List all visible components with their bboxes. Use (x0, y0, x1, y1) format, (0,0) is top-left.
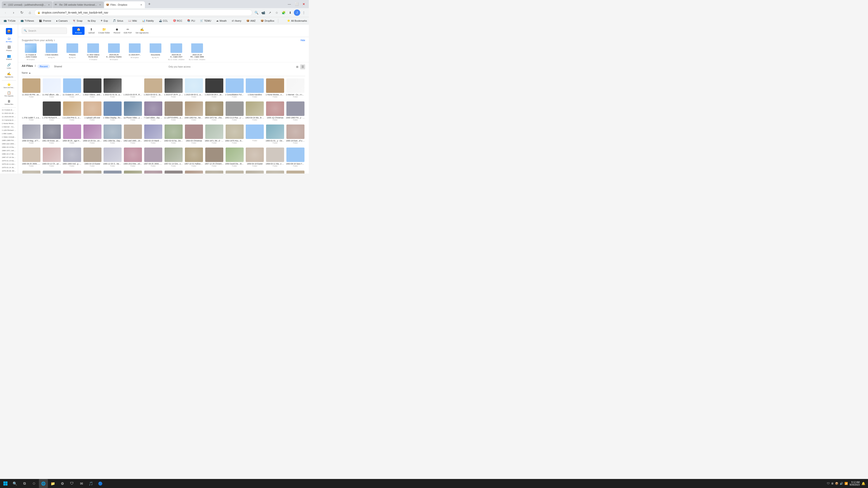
suggested-item-1[interactable]: 11 Cruises & ...tures Cruises 66 Dropbox (22, 43, 40, 60)
file-item[interactable]: 1935 1Q ChristmasFolder (266, 100, 285, 122)
file-item[interactable]: 1940-1960 Frit...y - a Glamour of LAFold… (286, 100, 305, 122)
share-button[interactable]: ↗ (267, 9, 273, 16)
files-list-view-button[interactable]: ☰ (300, 64, 305, 69)
bookmark-etsy[interactable]: 🛍 Etsy (86, 19, 97, 23)
bookmark-exp[interactable]: ✈ Exp (99, 19, 110, 23)
file-item[interactable]: 1963-02-02 ba...Deer backyardFolder (164, 123, 183, 145)
file-item[interactable]: 1961-30 Know...and of the Bar-Folder (42, 123, 61, 145)
new-tab-button[interactable]: + (146, 1, 153, 7)
file-item[interactable]: 1968-12-25 ChristmasFolder (62, 169, 82, 173)
sidebar-folder-1980[interactable]: 1980-10-17 Birthd... (1, 152, 17, 156)
bookmark-rcc[interactable]: 🎯 RCC (171, 19, 184, 23)
file-item[interactable]: 11 ANZ album...Ida - With ImgsFolder (42, 77, 61, 99)
file-item[interactable]: 1 2023-08-03 G...amer grandsonFolder (184, 77, 204, 99)
sidebar-folder-1975a[interactable]: 1975-01-14 Easter... (1, 159, 17, 162)
file-item[interactable]: 1965-1969 And...g - FootballFolder (62, 146, 82, 168)
bookmark-avery[interactable]: 🏷 Avery (230, 19, 243, 23)
file-item[interactable]: 1969-05-10 Go...to InaussociationFolder (123, 169, 143, 173)
file-item[interactable]: 1962 and 1965...1962 EasterFolder (123, 123, 143, 145)
sidebar-item-deleted[interactable]: 🗑 Deleted files (0, 98, 18, 106)
bookmark-ccl[interactable]: 🚢 CCL (157, 19, 170, 23)
suggested-item-2[interactable]: 1 Done transfers 66 My PC (42, 43, 61, 60)
bookmark-temu[interactable]: 🛒 TEMU (198, 19, 213, 23)
forward-button[interactable]: › (10, 9, 17, 16)
sidebar-folder-video[interactable]: 1 Video Unrealized... (1, 135, 17, 139)
bookmark-button[interactable]: ☆ (274, 9, 280, 16)
file-item[interactable]: 1961-1964 ba...Day ApartmentsFolder (103, 123, 122, 145)
file-item[interactable]: 1965-04-10 EasterFolder (83, 146, 102, 168)
file-item[interactable]: 11 2022-05 PM...see - MemoriesFolder (22, 77, 41, 99)
media-button[interactable]: 📹 (260, 9, 266, 16)
files-tab-shared[interactable]: Shared (52, 64, 64, 68)
suggested-item-4[interactable]: 11 2022 Videos thumb drive 77 Dropbox (84, 43, 102, 60)
bookmark-sirius[interactable]: 🎵 Sirius (111, 19, 125, 23)
tab-close-email1[interactable]: × (47, 3, 51, 6)
file-item[interactable]: 1 2022 Videos...and Theme driveFolder (83, 77, 102, 99)
bookmark-tvgde[interactable]: 📺 TVGde (2, 19, 18, 23)
file-item[interactable]: 1 2023-03-25 R...RRC stirs ACAFolder (123, 77, 143, 99)
suggested-item-9[interactable]: 2023-10-16 RC...Cabin 3808 By 11 Cruise.… (188, 43, 206, 60)
all-bookmarks-button[interactable]: ⭐ All Bookmarks (287, 19, 307, 22)
file-item[interactable]: 11 Cruises & ...H Future CruisesFolder (62, 77, 82, 99)
sidebar-folder-easter1984[interactable]: 1984-10-13 Easter... (1, 145, 17, 149)
close-button[interactable]: ✕ (301, 1, 307, 7)
file-item[interactable]: 1965-18 East...of a Contest PartyFolder (286, 123, 305, 145)
address-bar[interactable]: 🔒 dropbox.com/home?_tk=web_left_nav_bar&… (34, 9, 252, 16)
toolbar-browse-button[interactable]: 🏠 Browse (72, 27, 85, 35)
sidebar-folder-fritz[interactable]: 1985-1989 Fritz W... (1, 139, 17, 142)
hide-button[interactable]: Hide (301, 39, 305, 41)
file-item[interactable]: 1967-09-25 JWW...state balloonsFolder (144, 146, 163, 168)
file-item[interactable]: 1964-1971 JW...d - 1st Early YearsFolder (205, 123, 224, 145)
sidebar-folder-cameras[interactable]: 11 Cameras & L... (1, 119, 17, 122)
suggested-item-6[interactable]: 11 2023-05 P... 86 Dropbox (126, 43, 144, 60)
tab-close-email2[interactable]: × (98, 3, 102, 6)
refresh-button[interactable]: ↻ (18, 9, 25, 16)
sidebar-folder-am[interactable]: 11 2023-09-03 AM... (1, 115, 17, 119)
sidebar-folder-homemovies[interactable]: 1 Home Movies - C... (1, 122, 17, 125)
suggested-item-3[interactable]: Pictures By My PC (63, 43, 81, 60)
bookmark-fidelity[interactable]: 📊 Fidelity (140, 19, 156, 23)
file-item[interactable]: 1953-04-24 Wa...le brownies teaFolder (245, 100, 265, 122)
file-item[interactable]: 7 Card slides...day VG book pinFolder (144, 100, 163, 122)
bookmark-weath[interactable]: ☁ Weath (214, 19, 228, 23)
sidebar-item-signatures[interactable]: ✍ Signatures (0, 70, 18, 79)
toolbar-signatures-button[interactable]: ✍ Set signatures (135, 28, 149, 34)
file-item[interactable]: 1969-12-25 ChristmasFolder (184, 169, 204, 173)
toolbar-upload-button[interactable]: ⬆ Upload (88, 28, 95, 34)
file-item[interactable]: 1 2022-01-01 St...arding My LifeFolder (103, 77, 122, 99)
file-item[interactable]: 1 Consolidation Folder - projectsFolder (225, 77, 244, 99)
home-button[interactable]: ⌂ (26, 9, 33, 16)
sidebar-folder-mw[interactable]: 1 MW Judith... (1, 132, 17, 135)
file-item[interactable]: 1963-02-23 Mardi GrasFolder (144, 123, 163, 145)
files-grid-view-button[interactable]: ⊞ (295, 64, 300, 69)
file-item[interactable]: 1970-03-29 EasterFolder (286, 169, 305, 173)
tab-close-dropbox[interactable]: × (140, 3, 143, 6)
file-item[interactable]: Folder (245, 123, 265, 145)
file-item[interactable]: 1965-03-12 Ch...as's Eve PartyFolder (42, 146, 61, 168)
file-item[interactable]: 1 2023-07-29 Pr...y - BurninatorFolder (164, 77, 183, 99)
file-item[interactable]: 1 2023-04-29 A...Jeremy CharlesFolder (205, 77, 224, 99)
sidebar-folder-internet[interactable]: 1 Internet - Co... (1, 125, 17, 129)
tab-dropbox[interactable]: 📦 Files - Dropbox × (104, 1, 145, 8)
minimize-button[interactable]: — (286, 1, 292, 7)
sidebar-folder-1976a[interactable]: 1976-05-08 JWW... (1, 169, 17, 172)
file-item[interactable]: 1964-03 ChristmasFolder (184, 123, 204, 145)
sidebar-item-photos[interactable]: 🖼 Photos (0, 44, 18, 53)
file-item[interactable]: 1 JTW Richard R...automatic styleFolder (42, 100, 61, 122)
sidebar-item-save[interactable]: ⭐ Save and find... (0, 81, 18, 90)
file-item[interactable]: 1969-01-31 Ph...34th BirthdayFolder (83, 169, 102, 173)
sidebar-folder-1975c[interactable]: 1975-01-14 J&K... (1, 166, 17, 169)
sidebar-item-allfiles[interactable]: 🗂 All Files (0, 35, 18, 44)
file-item[interactable]: 1940-1953 No...New Orleans LAFolder (184, 100, 204, 122)
file-item[interactable]: 1 Video Display...from VHS Del-Folder (103, 100, 122, 122)
download-button[interactable]: ⬇ (287, 9, 293, 16)
menu-button[interactable]: ⋮ (301, 9, 307, 16)
file-item[interactable]: 1965-2013 Bre...eSout BrechterFolder (123, 146, 143, 168)
suggested-item-7[interactable]: Documents By My PC (147, 43, 164, 60)
toolbar-createfolder-button[interactable]: 📁 Create folder (98, 28, 110, 34)
sidebar-folder-cruises[interactable]: 11 Cruises & WY... (1, 108, 17, 111)
files-tab-recent[interactable]: Recent (37, 64, 50, 68)
file-item[interactable]: 1965-08-25 JWW...e-14th BirthdayFolder (22, 169, 41, 173)
file-item[interactable]: 1953-2113 Rac...y - Malvine, LRFolder (225, 100, 244, 122)
file-item[interactable]: 1965-12-25 O...New Year's EveFolder (103, 146, 122, 168)
